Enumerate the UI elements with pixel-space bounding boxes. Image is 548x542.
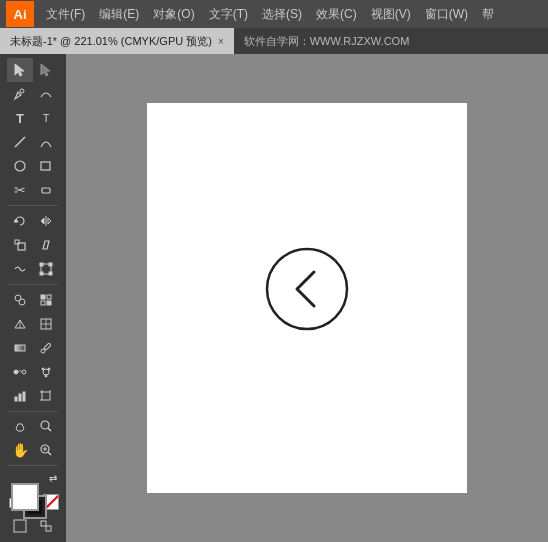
select-tool[interactable] [7, 58, 33, 82]
color-swatches: ⇄ [7, 473, 59, 510]
direct-select-tool[interactable] [33, 58, 59, 82]
zoom-tool[interactable] [33, 414, 59, 438]
pen-tool[interactable] [7, 82, 33, 106]
tool-row-blend [0, 360, 66, 384]
menu-view[interactable]: 视图(V) [365, 4, 417, 25]
menu-select[interactable]: 选择(S) [256, 4, 308, 25]
svg-marker-9 [41, 218, 44, 224]
rect-tool[interactable] [33, 154, 59, 178]
menu-bar: 文件(F) 编辑(E) 对象(O) 文字(T) 选择(S) 效果(C) 视图(V… [40, 4, 500, 25]
svg-point-2 [20, 89, 24, 93]
toolbar: T T ✂ [0, 54, 66, 542]
svg-line-51 [48, 452, 51, 455]
rotate-tool[interactable] [7, 209, 33, 233]
tool-row-hand: ✋ [0, 438, 66, 462]
perspective-tool[interactable] [7, 312, 33, 336]
menu-edit[interactable]: 编辑(E) [93, 4, 145, 25]
separator-4 [8, 465, 58, 466]
svg-rect-30 [15, 345, 25, 351]
svg-rect-40 [19, 394, 21, 401]
ellipse-tool[interactable] [7, 154, 33, 178]
shape-builder-tool[interactable] [7, 288, 33, 312]
active-tab[interactable]: 未标题-1* @ 221.01% (CMYK/GPU 预览) × [0, 28, 234, 54]
free-transform-tool[interactable] [33, 257, 59, 281]
svg-rect-39 [15, 397, 17, 401]
scale-tool[interactable] [7, 233, 33, 257]
svg-marker-10 [48, 218, 51, 224]
fill-color-swatch[interactable] [11, 483, 39, 511]
canvas-area [66, 54, 548, 542]
artboard [147, 103, 467, 493]
eyedropper-tool[interactable] [33, 336, 59, 360]
tool-row-transform [0, 209, 66, 233]
reflect-tool[interactable] [33, 209, 59, 233]
svg-rect-22 [47, 295, 51, 299]
mesh-tool[interactable] [33, 312, 59, 336]
menu-file[interactable]: 文件(F) [40, 4, 91, 25]
arc-tool[interactable] [33, 130, 59, 154]
title-bar: Ai 文件(F) 编辑(E) 对象(O) 文字(T) 选择(S) 效果(C) 视… [0, 0, 548, 28]
svg-point-33 [14, 370, 18, 374]
scissor-tool[interactable]: ✂ [7, 178, 33, 202]
svg-marker-0 [15, 64, 24, 76]
menu-help[interactable]: 帮 [476, 4, 500, 25]
shear-tool[interactable] [33, 233, 59, 257]
svg-rect-56 [46, 526, 51, 531]
separator-1 [8, 205, 58, 206]
svg-rect-18 [49, 272, 52, 275]
tab-bar: 未标题-1* @ 221.01% (CMYK/GPU 预览) × 软件自学网：W… [0, 28, 548, 54]
menu-type[interactable]: 文字(T) [203, 4, 254, 25]
warp-tool[interactable] [7, 257, 33, 281]
svg-line-3 [15, 137, 25, 147]
tool-row-builder [0, 288, 66, 312]
svg-point-48 [41, 421, 49, 429]
blend-tool[interactable] [7, 360, 33, 384]
svg-rect-17 [40, 272, 43, 275]
eraser-tool2[interactable] [33, 178, 59, 202]
tab-close-button[interactable]: × [218, 36, 224, 47]
svg-rect-23 [41, 301, 45, 305]
svg-point-34 [22, 370, 26, 374]
curvature-tool[interactable] [33, 82, 59, 106]
tool-row-warp [0, 257, 66, 281]
separator-3 [8, 411, 58, 412]
tab-title: 未标题-1* @ 221.01% (CMYK/GPU 预览) [10, 34, 212, 49]
svg-rect-41 [23, 392, 25, 401]
gradient-tool[interactable] [7, 336, 33, 360]
tab-extra: 软件自学网：WWW.RJZXW.COM [234, 34, 420, 49]
menu-object[interactable]: 对象(O) [147, 4, 200, 25]
svg-point-37 [48, 368, 50, 370]
swap-colors-button[interactable]: ⇄ [49, 473, 57, 484]
svg-rect-24 [47, 301, 51, 305]
touch-type-tool[interactable]: T [33, 106, 59, 130]
menu-window[interactable]: 窗口(W) [419, 4, 474, 25]
zoom-tool-2[interactable] [33, 438, 59, 462]
tool-row-select [0, 58, 66, 82]
tool-row-type: T T [0, 106, 66, 130]
symbol-sprayer-tool[interactable] [33, 360, 59, 384]
svg-point-38 [45, 375, 47, 377]
tool-row-shape [0, 154, 66, 178]
svg-line-49 [48, 428, 51, 431]
live-paint-tool[interactable] [33, 288, 59, 312]
separator-2 [8, 284, 58, 285]
type-tool[interactable]: T [7, 106, 33, 130]
svg-rect-31 [44, 342, 51, 349]
svg-rect-42 [42, 392, 50, 400]
line-tool[interactable] [7, 130, 33, 154]
artboard-tool[interactable] [33, 384, 59, 408]
svg-rect-55 [41, 521, 46, 526]
hand-tool[interactable]: ✋ [7, 438, 33, 462]
svg-marker-7 [14, 219, 18, 222]
svg-marker-47 [16, 424, 24, 431]
svg-point-32 [41, 349, 45, 353]
tool-row-pen [0, 82, 66, 106]
menu-effect[interactable]: 效果(C) [310, 4, 363, 25]
eraser-tool[interactable] [7, 414, 33, 438]
svg-point-4 [15, 161, 25, 171]
svg-rect-6 [42, 188, 50, 193]
tool-row-scale [0, 233, 66, 257]
graph-tool[interactable] [7, 384, 33, 408]
tool-row-line [0, 130, 66, 154]
svg-marker-13 [43, 241, 49, 249]
